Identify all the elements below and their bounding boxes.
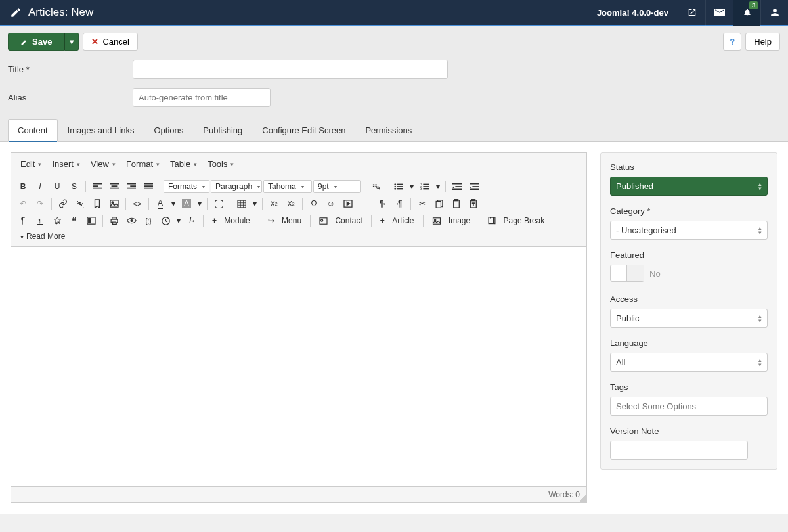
contact-button[interactable]: Contact [314, 215, 368, 227]
nonbreaking-button[interactable] [49, 213, 65, 228]
help-button[interactable]: Help [745, 33, 780, 51]
tags-input[interactable] [610, 397, 768, 416]
svg-rect-35 [436, 201, 441, 208]
tab-options[interactable]: Options [144, 119, 193, 142]
find-replace-button[interactable] [368, 179, 383, 194]
table-caret[interactable]: ▾ [251, 196, 259, 211]
align-left-button[interactable] [89, 179, 105, 194]
menu-tools[interactable]: Tools [204, 157, 238, 171]
menu-table[interactable]: Table [166, 157, 201, 171]
messages-button[interactable] [705, 0, 733, 26]
paragraph-select[interactable]: Paragraph▾ [211, 180, 262, 193]
template-button[interactable] [83, 213, 99, 228]
image-insert-button[interactable]: Image [427, 215, 476, 227]
featured-toggle[interactable] [610, 265, 644, 282]
formats-select[interactable]: Formats▾ [164, 180, 209, 193]
bold-button[interactable]: B [15, 179, 31, 194]
svg-rect-47 [433, 217, 440, 223]
underline-button[interactable]: U [49, 179, 65, 194]
text-color-button[interactable]: A [152, 196, 168, 211]
menu-insert[interactable]: Insert [48, 157, 84, 171]
pagebreak-button[interactable]: Page Break [483, 215, 550, 227]
fields-area: Title * Alias [0, 57, 788, 119]
superscript-button[interactable]: X2 [283, 196, 299, 211]
preview-button[interactable] [123, 213, 139, 228]
special-char-button[interactable]: Ω [306, 196, 322, 211]
undo-button[interactable]: ↶ [15, 196, 31, 211]
cut-button[interactable]: ✂ [414, 196, 430, 211]
bookmark-button[interactable] [89, 196, 105, 211]
tab-publishing[interactable]: Publishing [193, 119, 252, 142]
bg-color-button[interactable]: A [179, 196, 194, 211]
inline-help-button[interactable]: ? [723, 33, 741, 51]
datetime-caret[interactable]: ▾ [175, 213, 183, 228]
insert-datetime-button[interactable] [158, 213, 173, 228]
save-button[interactable]: Save [8, 33, 64, 51]
show-invisible-button[interactable]: ¶ [15, 213, 31, 228]
table-button[interactable] [234, 196, 250, 211]
menu-format[interactable]: Format [122, 157, 164, 171]
outdent-button[interactable] [449, 179, 465, 194]
svg-point-15 [394, 186, 396, 188]
svg-rect-3 [110, 183, 119, 185]
unlink-button[interactable] [72, 196, 88, 211]
article-button[interactable]: + Article [375, 215, 420, 227]
print-button[interactable] [106, 213, 122, 228]
show-blocks-button[interactable]: ¶ [32, 213, 48, 228]
strikethrough-button[interactable]: S [66, 179, 82, 194]
status-select[interactable]: Published▴▾ [610, 177, 768, 196]
media-button[interactable] [340, 196, 356, 211]
paste-button[interactable] [449, 196, 464, 211]
hr-button[interactable]: — [357, 196, 373, 211]
notifications-button[interactable]: 3 [733, 0, 760, 26]
category-select[interactable]: - Uncategorised▴▾ [610, 221, 768, 240]
image-button[interactable] [106, 196, 122, 211]
link-button[interactable] [55, 196, 71, 211]
save-dropdown-button[interactable]: ▾ [64, 33, 79, 51]
menu-insert-button[interactable]: ↪ Menu [263, 215, 307, 227]
menu-view[interactable]: View [87, 157, 120, 171]
number-list-button[interactable]: 123 [417, 179, 433, 194]
tab-content[interactable]: Content [8, 119, 58, 142]
clear-formatting-button[interactable]: I× [184, 213, 200, 228]
source-code-button[interactable]: <> [129, 196, 145, 211]
align-justify-button[interactable] [141, 179, 156, 194]
tab-permissions[interactable]: Permissions [355, 119, 422, 142]
bullet-list-button[interactable] [391, 179, 406, 194]
blockquote-button[interactable]: ❝ [66, 213, 82, 228]
title-input[interactable] [133, 60, 448, 79]
font-select[interactable]: Tahoma▾ [263, 180, 312, 193]
copy-button[interactable] [431, 196, 447, 211]
bg-color-caret[interactable]: ▾ [196, 196, 204, 211]
tab-configure[interactable]: Configure Edit Screen [252, 119, 355, 142]
rtl-button[interactable]: ‹¶ [391, 196, 407, 211]
code-sample-button[interactable]: {;} [141, 213, 156, 228]
ltr-button[interactable]: ¶› [374, 196, 390, 211]
versionnote-input[interactable] [610, 441, 748, 460]
menu-edit[interactable]: Edit [16, 157, 45, 171]
italic-button[interactable]: I [32, 179, 48, 194]
cancel-button[interactable]: ✕ Cancel [83, 33, 137, 51]
fontsize-select[interactable]: 9pt▾ [313, 180, 361, 193]
paste-text-button[interactable]: T [466, 196, 481, 211]
tab-images-links[interactable]: Images and Links [58, 119, 144, 142]
align-right-button[interactable] [123, 179, 139, 194]
indent-button[interactable] [466, 179, 482, 194]
external-link-button[interactable] [678, 0, 705, 26]
align-center-button[interactable] [106, 179, 122, 194]
bullet-list-caret[interactable]: ▾ [408, 179, 416, 194]
fullscreen-button[interactable] [211, 196, 227, 211]
readmore-button[interactable]: ▾ Read More [15, 229, 582, 244]
text-color-caret[interactable]: ▾ [169, 196, 177, 211]
number-list-caret[interactable]: ▾ [434, 179, 442, 194]
svg-rect-18 [397, 188, 403, 190]
module-button[interactable]: + Module [207, 215, 255, 227]
redo-button[interactable]: ↷ [32, 196, 48, 211]
subscript-button[interactable]: X2 [266, 196, 282, 211]
user-menu-button[interactable] [760, 0, 788, 26]
editor-body[interactable] [11, 246, 586, 486]
emoticons-button[interactable]: ☺ [323, 196, 339, 211]
alias-input[interactable] [133, 88, 271, 107]
access-select[interactable]: Public▴▾ [610, 309, 768, 328]
language-select[interactable]: All▴▾ [610, 353, 768, 372]
